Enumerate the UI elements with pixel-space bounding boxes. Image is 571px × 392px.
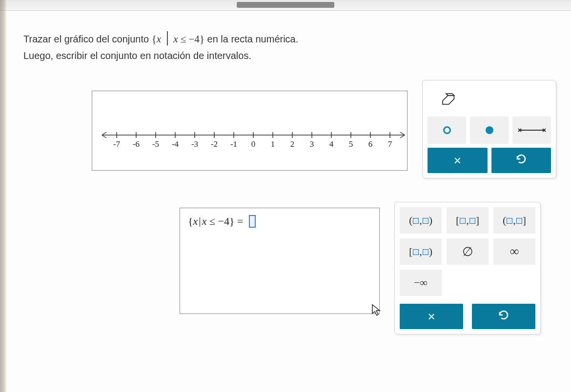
problem-statement: Trazar el gráfico del conjunto {x│x ≤ −4… bbox=[23, 29, 556, 63]
lhs-bar: | bbox=[198, 215, 202, 227]
tick-label: 0 bbox=[251, 139, 256, 149]
neg-infinity-button[interactable]: −∞ bbox=[400, 270, 442, 296]
undo-button[interactable] bbox=[472, 304, 535, 329]
lhs-cond-val: −4 bbox=[218, 215, 229, 227]
closed-circle-icon bbox=[486, 126, 493, 134]
bracket-right: ) bbox=[429, 245, 432, 258]
bracket-left: [ bbox=[456, 214, 459, 227]
number-line-canvas[interactable]: -7 -6 -5 -4 -3 -2 -1 0 1 2 3 4 5 6 7 bbox=[92, 91, 408, 171]
svg-marker-16 bbox=[443, 96, 454, 104]
tick-label: 4 bbox=[329, 139, 334, 149]
svg-marker-24 bbox=[372, 305, 380, 315]
set-brace-close: } bbox=[200, 33, 204, 45]
placeholder-box-icon bbox=[413, 218, 419, 224]
empty-set-icon: ∅ bbox=[462, 244, 473, 259]
lhs-var: x bbox=[193, 215, 198, 227]
tick-label: -6 bbox=[133, 139, 140, 149]
tick-label: 7 bbox=[388, 139, 392, 149]
clear-icon: × bbox=[428, 309, 435, 324]
open-circle-icon bbox=[443, 126, 451, 134]
interval-answer-box[interactable]: {x|x ≤ −4} = bbox=[180, 208, 380, 314]
placeholder-box-icon bbox=[516, 218, 522, 224]
numberline-tool-palette: × bbox=[422, 80, 556, 178]
tick-label: -1 bbox=[230, 139, 237, 149]
segment-button[interactable] bbox=[512, 117, 551, 144]
tick-group: -7 -6 -5 -4 -3 -2 -1 0 1 2 3 4 5 6 7 bbox=[113, 132, 392, 149]
tick-label: 5 bbox=[349, 139, 353, 149]
tick-label: -2 bbox=[211, 139, 218, 149]
segment-icon bbox=[517, 128, 547, 133]
closed-open-interval-button[interactable]: [,) bbox=[400, 238, 442, 265]
infinity-icon: ∞ bbox=[510, 244, 519, 259]
placeholder-box-icon bbox=[460, 218, 466, 224]
tick-label: -3 bbox=[191, 139, 198, 149]
set-brace-open: { bbox=[152, 33, 157, 45]
lhs-cond-var: x bbox=[202, 215, 207, 227]
set-cond-op: ≤ bbox=[181, 33, 186, 45]
interval-tool-palette: (,) [,] (,] [,) ∅ ∞ −∞ bbox=[394, 202, 541, 334]
tick-label: 1 bbox=[271, 139, 275, 149]
bracket-left: [ bbox=[409, 245, 412, 258]
window-drag-handle[interactable] bbox=[237, 2, 334, 8]
mouse-cursor-icon bbox=[371, 304, 382, 316]
lhs-cond-op: ≤ bbox=[209, 215, 215, 227]
set-var: x bbox=[157, 33, 161, 45]
eraser-icon bbox=[438, 92, 456, 106]
problem-line1-pre: Trazar el gráfico del conjunto bbox=[23, 34, 152, 44]
tick-label: -7 bbox=[113, 139, 121, 149]
window-top-bar bbox=[0, 0, 571, 11]
problem-line1-post: en la recta numérica. bbox=[204, 34, 298, 44]
equals-sign: = bbox=[235, 215, 246, 227]
placeholder-box-icon bbox=[507, 218, 512, 224]
neg-infinity-icon: −∞ bbox=[414, 276, 428, 289]
number-line-svg: -7 -6 -5 -4 -3 -2 -1 0 1 2 3 4 5 6 7 bbox=[100, 125, 407, 155]
tick-label: -5 bbox=[152, 139, 159, 149]
placeholder-box-icon bbox=[469, 218, 475, 224]
tick-label: -4 bbox=[172, 139, 179, 149]
bracket-left: ( bbox=[409, 214, 412, 227]
set-cond-val: −4 bbox=[189, 33, 200, 45]
problem-line2: Luego, escribir el conjunto en notación … bbox=[23, 50, 251, 61]
infinity-button[interactable]: ∞ bbox=[493, 238, 535, 265]
set-cond-var: x bbox=[173, 33, 178, 45]
open-endpoint-button[interactable] bbox=[428, 117, 466, 144]
placeholder-box-icon bbox=[413, 249, 419, 255]
answer-lhs: {x|x ≤ −4} = bbox=[188, 215, 246, 227]
undo-button[interactable] bbox=[491, 148, 551, 173]
undo-icon bbox=[498, 309, 510, 324]
lhs-brace-close: } bbox=[229, 215, 235, 227]
open-closed-interval-button[interactable]: (,] bbox=[493, 207, 535, 234]
eraser-button[interactable] bbox=[428, 85, 466, 113]
closed-endpoint-button[interactable] bbox=[470, 117, 509, 144]
clear-button[interactable]: × bbox=[400, 304, 463, 329]
placeholder-box-icon bbox=[423, 249, 428, 255]
bracket-right: ] bbox=[523, 214, 526, 227]
placeholder-box-icon bbox=[423, 218, 428, 224]
closed-closed-interval-button[interactable]: [,] bbox=[447, 207, 489, 234]
interval-input[interactable] bbox=[249, 215, 256, 228]
empty-set-button[interactable]: ∅ bbox=[447, 238, 489, 265]
tick-label: 6 bbox=[368, 139, 373, 149]
bracket-right: ] bbox=[476, 214, 479, 227]
bracket-left: ( bbox=[503, 214, 506, 227]
set-bar: │ bbox=[161, 32, 173, 44]
tick-label: 2 bbox=[290, 139, 295, 149]
lhs-brace-open: { bbox=[188, 215, 193, 227]
bracket-right: ) bbox=[429, 214, 432, 227]
undo-icon bbox=[515, 153, 527, 168]
open-open-interval-button[interactable]: (,) bbox=[400, 207, 442, 234]
clear-icon: × bbox=[454, 153, 461, 168]
tick-label: 3 bbox=[310, 139, 314, 149]
photo-edge-artifact bbox=[0, 0, 7, 392]
